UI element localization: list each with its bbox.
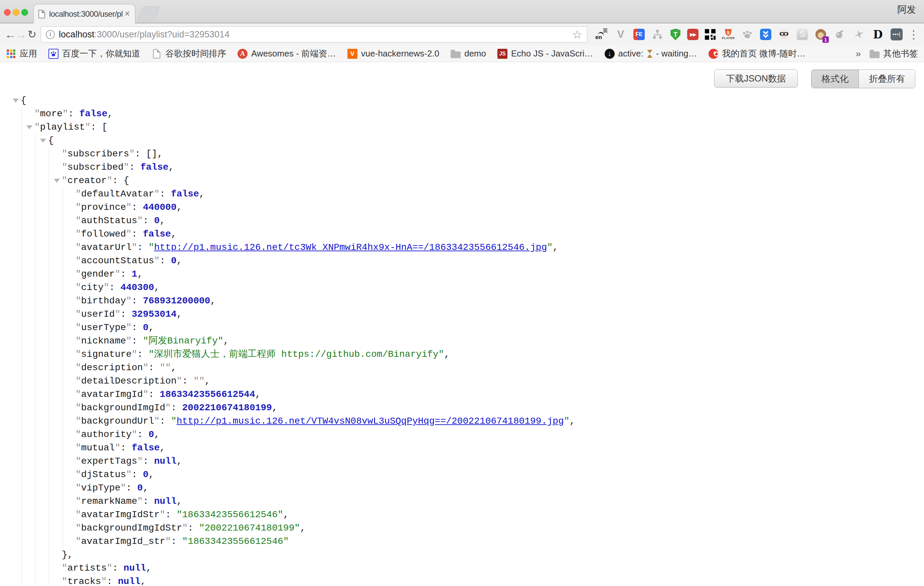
html5-player-extension-icon[interactable]: 5PLAYER: [722, 28, 734, 41]
json-quote: ": [148, 242, 154, 253]
json-row: "province": 440000,: [63, 201, 924, 214]
json-quote: ": [76, 469, 81, 480]
json-comma: ,: [444, 349, 450, 360]
page-info-icon[interactable]: i: [46, 30, 55, 39]
collapse-toggle-icon[interactable]: [54, 179, 60, 183]
reload-button[interactable]: ↻: [27, 29, 38, 40]
bookmark-google-sort[interactable]: 谷歌按时间排序: [152, 48, 226, 59]
json-quote: ": [199, 523, 205, 533]
json-quote: ": [62, 162, 68, 172]
json-row: "more": false,: [22, 107, 924, 121]
json-quote: ": [126, 322, 132, 333]
json-url-link[interactable]: http://p1.music.126.net/VTW4vsN08vwL3uSQ…: [177, 416, 564, 426]
format-button[interactable]: 格式化: [812, 70, 858, 88]
double-down-extension-icon[interactable]: [760, 29, 771, 40]
more-dots-extension-icon[interactable]: •••|: [891, 28, 903, 40]
vue-devtools-extension-icon[interactable]: V: [614, 28, 627, 41]
bookmark-weibo[interactable]: 我的首页 微博-随时…: [708, 48, 806, 59]
json-colon: :: [120, 443, 132, 453]
bookmarks-overflow-chevron[interactable]: »: [856, 48, 861, 59]
bird-extension-icon[interactable]: [833, 28, 846, 41]
close-window-button[interactable]: [4, 9, 11, 16]
profile-name-label[interactable]: 阿发: [897, 3, 916, 16]
json-children: {"subscribers": [],"subscribed": false,"…: [35, 134, 924, 585]
json-quote: ": [126, 469, 132, 480]
json-quote: ": [104, 282, 109, 293]
json-colon: :: [143, 496, 154, 507]
json-quote: ": [439, 349, 444, 360]
json-quote: ": [62, 175, 68, 186]
json-colon: :: [132, 229, 143, 239]
download-json-button[interactable]: 下载JSON数据: [714, 69, 798, 87]
json-row: "playlist": [: [22, 121, 924, 134]
browser-tab[interactable]: localhost:3000/user/playlist?u ×: [33, 4, 135, 23]
json-key: artists: [68, 563, 107, 573]
address-bar[interactable]: i localhost :3000/user/playlist?uid=3295…: [41, 26, 587, 43]
fe-extension-icon[interactable]: FE: [634, 29, 645, 40]
json-quote: ": [137, 216, 143, 226]
monkey-extension-icon[interactable]: 1: [814, 28, 827, 41]
json-quote: ": [76, 269, 81, 279]
bookmark-star-icon[interactable]: ☆: [572, 28, 582, 41]
collapse-toggle-icon[interactable]: [26, 125, 32, 129]
json-row: {: [35, 134, 924, 147]
json-colon: :: [129, 162, 141, 172]
mask-extension-icon[interactable]: [778, 28, 790, 41]
bookmark-demo[interactable]: demo: [450, 48, 486, 59]
collapse-toggle-icon[interactable]: [40, 139, 46, 143]
d-extension-icon[interactable]: D: [871, 28, 884, 41]
json-row: "avatarUrl": "http://p1.music.126.net/tc…: [63, 241, 924, 254]
json-key: avatarImgIdStr: [81, 510, 160, 520]
back-button[interactable]: ←: [5, 29, 15, 40]
vue-icon: V: [347, 49, 358, 59]
tab-close-icon[interactable]: ×: [125, 9, 130, 18]
zoom-window-button[interactable]: [21, 9, 28, 16]
json-colon: :: [68, 109, 79, 119]
bookmark-awesomes[interactable]: AAwesomes - 前端资…: [238, 48, 336, 59]
forward-button[interactable]: →: [15, 29, 26, 40]
down-circle-icon: ↓: [605, 49, 615, 59]
json-comma: ,: [148, 469, 154, 480]
paw-extension-icon[interactable]: [741, 28, 754, 41]
apps-grid-dot: [7, 56, 9, 58]
json-key: gender: [81, 269, 115, 279]
new-tab-button[interactable]: [137, 7, 160, 21]
shield-t-extension-icon[interactable]: T: [670, 29, 681, 40]
fast-forward-extension-icon[interactable]: ▶▶: [687, 29, 698, 40]
json-comma: ,: [143, 483, 148, 493]
s-extension-icon[interactable]: S: [797, 29, 808, 40]
browser-menu-icon[interactable]: ⋮: [908, 28, 919, 41]
json-quote: ": [165, 536, 171, 546]
apps-grid-icon: [7, 50, 15, 58]
json-row: "authStatus": 0,: [63, 214, 924, 228]
bookmark-label: 应用: [20, 48, 37, 59]
json-key: birthday: [81, 295, 126, 306]
hummingbird-extension-icon[interactable]: [853, 28, 865, 41]
apps-grid-dot: [10, 56, 12, 58]
json-value: 0: [143, 469, 148, 480]
json-colon: :: [120, 309, 132, 319]
json-value: 768931200000: [143, 295, 210, 306]
bookmark-vue-hackernews[interactable]: Vvue-hackernews-2.0: [347, 48, 439, 59]
vue-icon: V: [347, 49, 358, 59]
bookmark-echojs[interactable]: JSEcho JS - JavaScri…: [497, 48, 593, 59]
json-value: false: [143, 229, 171, 239]
qr-code-extension-icon[interactable]: [705, 29, 716, 40]
bookmark-active[interactable]: ↓active:- waiting…: [605, 48, 697, 59]
other-bookmarks-folder[interactable]: 其他书签: [870, 48, 918, 59]
minimize-window-button[interactable]: [13, 9, 19, 16]
bookmark-apps[interactable]: 应用: [6, 48, 37, 59]
translate-extension-icon[interactable]: en英: [595, 28, 608, 41]
json-quote: ": [143, 389, 148, 399]
bookmark-baidu[interactable]: 百度一下，你就知道: [48, 48, 140, 59]
json-key: accountStatus: [81, 256, 154, 266]
json-quote: ": [76, 483, 81, 493]
sitemap-extension-icon[interactable]: [651, 28, 664, 41]
collapse-all-button[interactable]: 折叠所有: [858, 70, 915, 88]
json-colon: :: [148, 363, 160, 373]
json-quote: ": [76, 536, 81, 546]
collapse-toggle-icon[interactable]: [13, 99, 19, 102]
json-value: 18633423556612544: [160, 389, 255, 399]
json-value: false: [79, 109, 107, 119]
json-url-link[interactable]: http://p1.music.126.net/tc3Wk_XNPmwiR4hx…: [154, 242, 547, 253]
